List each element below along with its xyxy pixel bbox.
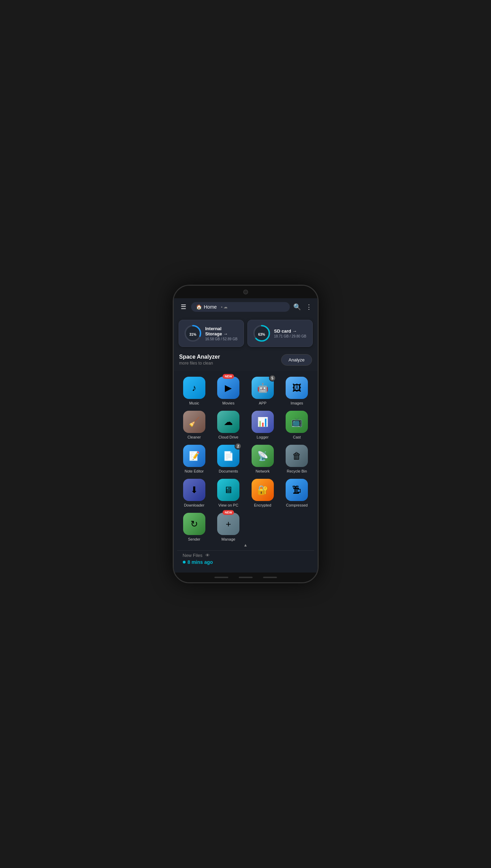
internal-storage-title: Internal Storage →: [205, 326, 239, 336]
app-item-images[interactable]: 🖼Images: [281, 377, 313, 405]
eye-icon[interactable]: 👁: [205, 553, 210, 558]
app-emoji-clouddrive: ☁: [224, 417, 233, 426]
breadcrumb-icons: ▪ ☁: [221, 304, 228, 309]
new-files-bar: New Files 👁 8 mins ago: [177, 550, 314, 568]
app-label-images: Images: [290, 401, 303, 405]
sdcard-storage-info: SD card → 18.71 GB / 29.80 GB: [274, 328, 306, 338]
app-item-cleaner[interactable]: 🧹Cleaner: [179, 411, 210, 439]
app-grid: ♪MusicNEW▶Movies5🤖APP🖼Images🧹Cleaner☁Clo…: [177, 377, 314, 541]
home-icon: 🏠: [196, 304, 202, 310]
app-emoji-cleaner: 🧹: [189, 417, 200, 426]
app-emoji-viewonpc: 🖥: [224, 485, 233, 494]
collapse-arrow[interactable]: ▲: [177, 541, 314, 550]
app-icon-viewonpc: 🖥: [217, 479, 239, 501]
more-icon[interactable]: ⋮: [306, 303, 312, 311]
hamburger-icon[interactable]: ☰: [179, 302, 188, 312]
app-item-network[interactable]: 📡Network: [247, 445, 279, 473]
space-analyzer-text: Space Analyzer more files to clean: [179, 354, 220, 366]
app-icon-cleaner: 🧹: [183, 411, 205, 433]
badge-num-documents: 2: [235, 443, 242, 450]
app-label-sender: Sender: [188, 537, 200, 541]
app-emoji-recyclebin: 🗑: [292, 451, 301, 460]
sdcard-storage-card[interactable]: 63% SD card → 18.71 GB / 29.80 GB: [247, 320, 313, 347]
app-icon-sender: ↻: [183, 513, 205, 535]
app-label-recyclebin: Recycle Bin: [287, 469, 307, 473]
up-arrow-icon: ▲: [244, 543, 248, 548]
app-icon-documents: 2📄: [217, 445, 239, 467]
app-emoji-documents: 📄: [223, 451, 234, 460]
header-icons: 🔍 ⋮: [293, 303, 312, 311]
app-icon-clouddrive: ☁: [217, 411, 239, 433]
header: ☰ 🏠 Home ▪ ☁ 🔍 ⋮: [174, 298, 318, 316]
app-emoji-noteeditor: 📝: [189, 451, 200, 460]
sdcard-progress-circle: 63%: [253, 324, 271, 342]
badge-new-movies: NEW: [223, 374, 234, 379]
app-item-clouddrive[interactable]: ☁Cloud Drive: [213, 411, 244, 439]
new-files-label: New Files: [183, 553, 203, 558]
sdcard-storage-sub: 18.71 GB / 29.80 GB: [274, 334, 306, 338]
app-item-manage[interactable]: NEW+Manage: [213, 513, 244, 541]
app-item-compressed[interactable]: 🗜Compressed: [281, 479, 313, 507]
space-analyzer-title: Space Analyzer: [179, 354, 220, 360]
app-icon-movies: NEW▶: [217, 377, 239, 399]
app-icon-network: 📡: [252, 445, 274, 467]
app-item-documents[interactable]: 2📄Documents: [213, 445, 244, 473]
nav-line-2: [239, 577, 253, 578]
app-item-movies[interactable]: NEW▶Movies: [213, 377, 244, 405]
phone-bottom-bar: [174, 573, 318, 582]
app-item-logger[interactable]: 📊Logger: [247, 411, 279, 439]
app-icon-cast: 📺: [286, 411, 308, 433]
nav-line-1: [214, 577, 228, 578]
app-item-downloader[interactable]: ⬇Downloader: [179, 479, 210, 507]
app-item-cast[interactable]: 📺Cast: [281, 411, 313, 439]
phone-frame: ☰ 🏠 Home ▪ ☁ 🔍 ⋮ 31% Internal S: [173, 285, 319, 583]
app-label-movies: Movies: [222, 401, 235, 405]
svg-text:63%: 63%: [258, 333, 265, 336]
nav-line-3: [263, 577, 277, 578]
time-dot: [183, 561, 186, 564]
storage-section: 31% Internal Storage → 16.58 GB / 52.89 …: [174, 316, 318, 350]
app-label-manage: Manage: [221, 537, 235, 541]
app-item-app[interactable]: 5🤖APP: [247, 377, 279, 405]
search-icon[interactable]: 🔍: [293, 303, 301, 311]
sdcard-storage-title: SD card →: [274, 328, 306, 334]
app-label-cast: Cast: [293, 435, 301, 439]
badge-num-app: 5: [269, 375, 276, 382]
app-emoji-cast: 📺: [291, 417, 302, 426]
space-analyzer-section: Space Analyzer more files to clean Analy…: [174, 350, 318, 371]
app-item-sender[interactable]: ↻Sender: [179, 513, 210, 541]
app-label-downloader: Downloader: [184, 503, 204, 507]
app-emoji-logger: 📊: [257, 417, 268, 426]
internal-storage-sub: 16.58 GB / 52.89 GB: [205, 337, 239, 341]
new-files-header: New Files 👁: [183, 553, 309, 558]
app-label-viewonpc: View on PC: [219, 503, 238, 507]
app-label-music: Music: [189, 401, 199, 405]
app-item-viewonpc[interactable]: 🖥View on PC: [213, 479, 244, 507]
analyze-button[interactable]: Analyze: [281, 354, 312, 366]
svg-text:31%: 31%: [189, 333, 196, 336]
app-emoji-encrypted: 🔐: [257, 485, 268, 494]
home-pill[interactable]: 🏠 Home ▪ ☁: [191, 302, 290, 312]
phone-top-bar: [174, 286, 318, 298]
app-emoji-music: ♪: [192, 383, 196, 392]
app-item-encrypted[interactable]: 🔐Encrypted: [247, 479, 279, 507]
app-label-logger: Logger: [257, 435, 269, 439]
new-files-time: 8 mins ago: [183, 559, 309, 565]
app-icon-compressed: 🗜: [286, 479, 308, 501]
app-emoji-movies: ▶: [225, 383, 232, 392]
app-emoji-network: 📡: [257, 451, 268, 460]
app-item-noteeditor[interactable]: 📝Note Editor: [179, 445, 210, 473]
app-icon-noteeditor: 📝: [183, 445, 205, 467]
app-emoji-images: 🖼: [292, 383, 301, 392]
app-grid-section: ♪MusicNEW▶Movies5🤖APP🖼Images🧹Cleaner☁Clo…: [174, 371, 318, 573]
app-icon-images: 🖼: [286, 377, 308, 399]
app-icon-music: ♪: [183, 377, 205, 399]
app-label-documents: Documents: [219, 469, 238, 473]
home-label: Home: [204, 304, 217, 310]
app-item-recyclebin[interactable]: 🗑Recycle Bin: [281, 445, 313, 473]
internal-storage-card[interactable]: 31% Internal Storage → 16.58 GB / 52.89 …: [179, 320, 244, 347]
app-emoji-app: 🤖: [257, 383, 268, 392]
app-label-network: Network: [256, 469, 270, 473]
space-analyzer-subtitle: more files to clean: [179, 361, 220, 366]
app-item-music[interactable]: ♪Music: [179, 377, 210, 405]
